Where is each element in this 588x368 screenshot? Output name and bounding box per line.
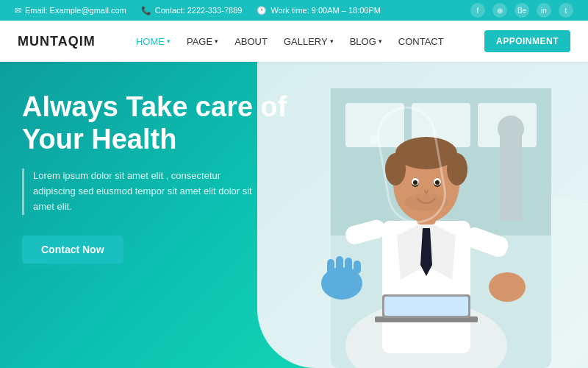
nav-link-about[interactable]: ABOUT	[229, 33, 273, 50]
chevron-down-icon: ▾	[215, 38, 218, 45]
hero-title: Always Take care of Your Health	[22, 91, 301, 155]
svg-rect-35	[384, 297, 468, 316]
phone-info: 📞 Contact: 2222-333-7889	[141, 6, 243, 15]
nav-item-contact[interactable]: CONTACT	[392, 33, 450, 50]
nav-link-home[interactable]: HOME ▾	[130, 33, 176, 50]
email-icon: ✉	[15, 6, 21, 15]
nav-link-blog[interactable]: BLOG ▾	[344, 33, 388, 50]
phone-icon: 📞	[141, 6, 151, 15]
chevron-down-icon: ▾	[330, 38, 334, 45]
social-links: f ⊕ Be in t	[470, 3, 573, 18]
nav-item-blog[interactable]: BLOG ▾	[344, 33, 388, 50]
nav-item-gallery[interactable]: GALLERY ▾	[278, 33, 340, 50]
nav-item-home[interactable]: HOME ▾	[130, 33, 176, 50]
appointment-button[interactable]: APPOINMENT	[484, 30, 570, 52]
nav-item-about[interactable]: ABOUT	[229, 33, 273, 50]
svg-rect-30	[354, 261, 361, 274]
email-text: Email: Example@gmail.com	[25, 6, 126, 15]
svg-rect-28	[336, 256, 343, 272]
svg-rect-5	[500, 132, 522, 221]
nav-links: HOME ▾ PAGE ▾ ABOUT GALLERY ▾ BLOG ▾	[130, 33, 450, 50]
linkedin-icon[interactable]: in	[537, 3, 551, 18]
hero-section: Always Take care of Your Health Lorem ip…	[0, 62, 588, 368]
hero-description: Lorem ipsum dolor sit amet elit , consec…	[22, 169, 257, 214]
nav-item-page[interactable]: PAGE ▾	[181, 33, 224, 50]
nav-link-contact[interactable]: CONTACT	[392, 33, 450, 50]
globe-icon[interactable]: ⊕	[492, 3, 507, 18]
topbar-left: ✉ Email: Example@gmail.com 📞 Contact: 22…	[15, 6, 381, 15]
svg-point-6	[498, 116, 524, 142]
nav-link-gallery[interactable]: GALLERY ▾	[278, 33, 340, 50]
topbar: ✉ Email: Example@gmail.com 📞 Contact: 22…	[0, 0, 588, 21]
contact-now-button[interactable]: Contact Now	[22, 236, 123, 263]
phone-text: Contact: 2222-333-7889	[155, 6, 243, 15]
clock-icon: 🕐	[257, 6, 267, 15]
decorative-dot	[370, 135, 379, 144]
chevron-down-icon: ▾	[379, 38, 382, 45]
email-info: ✉ Email: Example@gmail.com	[15, 6, 126, 15]
worktime-info: 🕐 Work time: 9:00AM – 18:00PM	[257, 6, 381, 15]
worktime-text: Work time: 9:00AM – 18:00PM	[270, 6, 381, 15]
svg-point-32	[489, 272, 526, 302]
chevron-down-icon: ▾	[167, 38, 171, 45]
logo: MUNTAQIM	[18, 34, 96, 49]
svg-rect-27	[327, 259, 334, 274]
hero-content: Always Take care of Your Health Lorem ip…	[22, 91, 301, 263]
svg-point-16	[447, 153, 467, 185]
twitter-icon[interactable]: t	[559, 3, 573, 18]
nav-link-page[interactable]: PAGE ▾	[181, 33, 224, 50]
navbar: MUNTAQIM HOME ▾ PAGE ▾ ABOUT GALLERY ▾	[0, 21, 588, 62]
svg-rect-29	[345, 258, 352, 274]
facebook-icon[interactable]: f	[470, 3, 485, 18]
behance-icon[interactable]: Be	[514, 3, 529, 18]
